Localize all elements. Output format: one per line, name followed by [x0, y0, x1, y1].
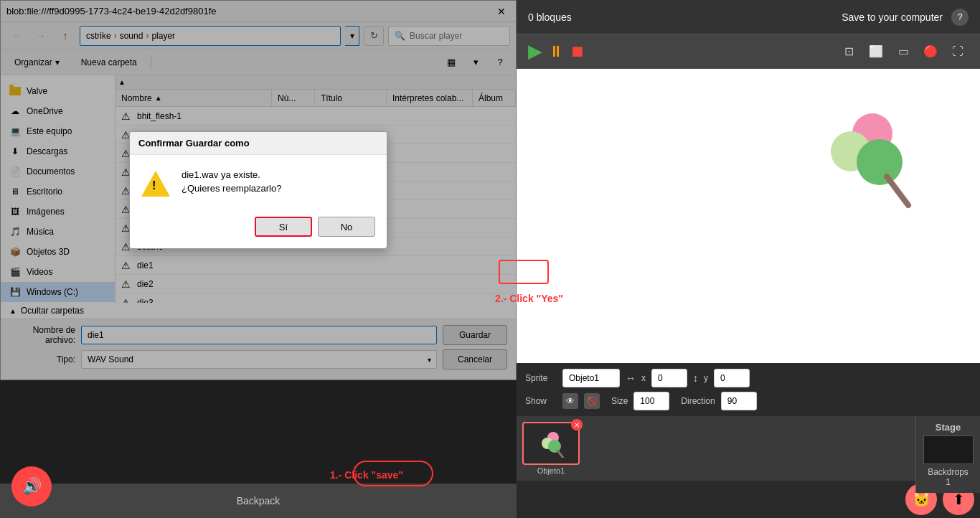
show-label: Show	[525, 396, 557, 406]
svg-point-2	[857, 139, 903, 185]
tw-header: 0 bloques Save to your computer ?	[517, 0, 980, 34]
no-button[interactable]: No	[318, 217, 375, 237]
view-buttons: ⊡ ⬜ ▭ 🔴 ⛶	[838, 41, 969, 62]
sprite-name-label: Objeto1	[537, 466, 565, 475]
backpack-bar[interactable]: Backpack	[0, 484, 517, 518]
sound-button[interactable]: 🔊	[11, 466, 52, 507]
stage-canvas	[793, 98, 937, 241]
stage-label: Stage	[936, 422, 961, 433]
show-hidden-button[interactable]: 🚫	[584, 393, 600, 409]
tw-blocks-count: 0 bloques	[528, 11, 572, 23]
view-btn-4[interactable]: 🔴	[920, 41, 941, 62]
sprite-thumb-svg	[533, 429, 569, 458]
stage-thumb[interactable]	[923, 435, 974, 464]
direction-label: Direction	[681, 396, 715, 406]
save-circle-overlay	[353, 461, 433, 486]
confirm-title-bar: Confirmar Guardar como	[130, 132, 387, 155]
x-arrow: ↔	[626, 372, 636, 384]
no-label: No	[341, 222, 353, 232]
tw-header-left: 0 bloques	[528, 11, 572, 23]
backdrop-count: 1	[946, 477, 951, 487]
tw-save-label[interactable]: Save to your computer	[842, 11, 943, 23]
size-input[interactable]	[633, 392, 669, 410]
svg-line-3	[887, 176, 908, 205]
confirm-line2: ¿Quieres reemplazarlo?	[182, 183, 375, 194]
sprites-panel: ✕ Objeto1 Stage Backdrops 1	[517, 416, 980, 481]
confirm-title-text: Confirmar Guardar como	[138, 138, 378, 149]
confirm-dialog: Confirmar Guardar como die1.wav ya exist…	[129, 131, 387, 249]
annotation-save: 1.- Click "save"	[330, 469, 403, 481]
tw-stage	[517, 69, 980, 363]
sprite-delete-button[interactable]: ✕	[571, 419, 583, 430]
direction-input[interactable]	[721, 392, 757, 410]
warning-triangle-icon	[141, 171, 170, 197]
tw-bottom-buttons: 🐱 ⬆	[517, 481, 980, 518]
confirm-text-block: die1.wav ya existe. ¿Quieres reemplazarl…	[182, 169, 375, 194]
tw-controls: ▶ ⏸ ⏹ ⊡ ⬜ ▭ 🔴 ⛶	[517, 34, 980, 69]
confirm-overlay: Confirmar Guardar como die1.wav ya exist…	[0, 0, 517, 380]
sprite-label: Sprite	[525, 373, 557, 383]
sprite-name-input[interactable]	[562, 369, 620, 387]
show-visible-button[interactable]: 👁	[562, 393, 578, 409]
turbowarp-panel: 0 bloques Save to your computer ? ▶ ⏸ ⏹ …	[517, 0, 980, 518]
sprite-thumbnail[interactable]: ✕	[522, 422, 580, 465]
backdrops-label: Backdrops	[928, 467, 969, 477]
sprite-thumb-wrapper: ✕ Objeto1	[522, 422, 580, 475]
backpack-label: Backpack	[237, 495, 281, 507]
y-label: y	[704, 373, 708, 383]
view-btn-2[interactable]: ⬜	[865, 41, 887, 62]
yes-button[interactable]: Sí	[255, 217, 312, 237]
y-input[interactable]	[714, 369, 750, 387]
x-label: x	[641, 373, 646, 383]
tw-header-right: Save to your computer ?	[842, 9, 969, 26]
view-btn-fullscreen[interactable]: ⛶	[947, 41, 969, 62]
confirm-buttons: Sí No	[130, 211, 387, 248]
svg-line-7	[557, 451, 563, 458]
confirm-line1: die1.wav ya existe.	[182, 169, 375, 180]
y-arrow: ↕	[693, 372, 698, 384]
tw-sprite-controls: Sprite ↔ x ↕ y Show 👁 🚫 Size Direction	[517, 363, 980, 416]
size-label: Size	[611, 396, 628, 406]
view-btn-3[interactable]: ▭	[892, 41, 914, 62]
play-button[interactable]: ▶	[528, 40, 542, 62]
stop-button[interactable]: ⏹	[570, 42, 585, 61]
pause-button[interactable]: ⏸	[548, 42, 564, 61]
tw-help-button[interactable]: ?	[951, 9, 969, 26]
yes-label: Sí	[279, 222, 288, 232]
stage-panel: Stage Backdrops 1	[915, 416, 980, 493]
svg-point-6	[548, 440, 561, 453]
confirm-body: die1.wav ya existe. ¿Quieres reemplazarl…	[130, 155, 387, 211]
view-btn-1[interactable]: ⊡	[838, 41, 859, 62]
x-input[interactable]	[651, 369, 687, 387]
